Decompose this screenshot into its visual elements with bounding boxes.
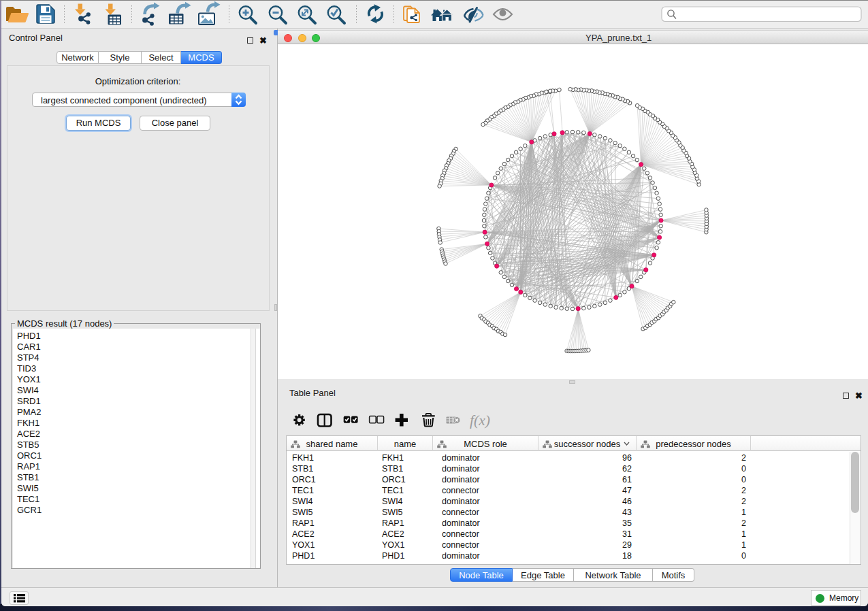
svg-text:f(x): f(x) xyxy=(470,412,490,429)
